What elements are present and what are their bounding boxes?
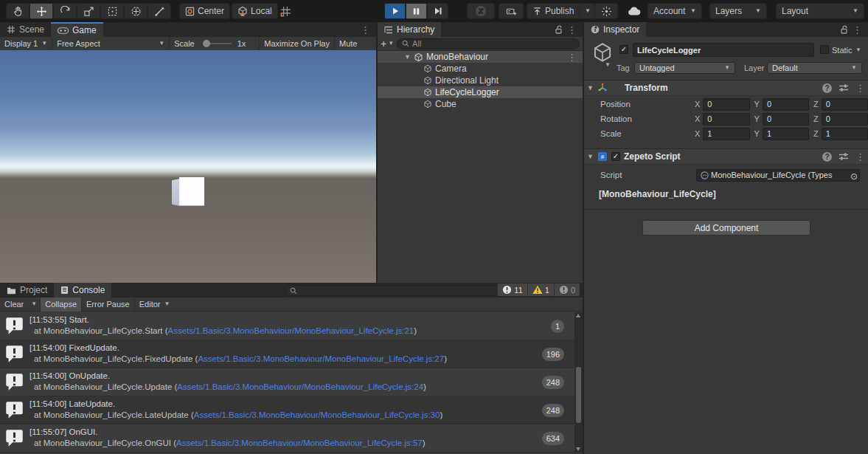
error-count-toggle[interactable]: 0 xyxy=(554,283,580,296)
tab-project[interactable]: Project xyxy=(0,283,54,297)
rotation-z-field[interactable]: 0 xyxy=(822,113,868,125)
cloud-button[interactable] xyxy=(622,3,647,19)
step-button[interactable] xyxy=(427,3,448,19)
console-search-input[interactable] xyxy=(285,285,506,296)
clear-button[interactable]: Clear xyxy=(0,297,28,312)
game-menu-icon[interactable]: ⋮ xyxy=(361,24,370,35)
layer-dropdown[interactable]: Default ▼ xyxy=(767,62,862,74)
clear-dropdown-button[interactable]: ▼ xyxy=(28,297,40,312)
object-name-field[interactable]: LifeCycleLogger xyxy=(633,43,814,57)
hierarchy-item-camera[interactable]: Camera xyxy=(378,63,583,75)
log-entry[interactable]: [11:54:00] LateUpdate. at MonoBehaviour_… xyxy=(0,396,574,424)
hierarchy-item-cube[interactable]: Cube xyxy=(378,98,583,110)
orientation-toggle-button[interactable]: Local xyxy=(232,3,278,19)
chevron-down-icon[interactable]: ▼ xyxy=(605,62,611,68)
static-checkbox[interactable] xyxy=(820,45,829,54)
log-source-link[interactable]: Assets/1.Basic/3.MonoBehaviour/MonoBehav… xyxy=(176,438,423,447)
active-checkbox[interactable]: ✓ xyxy=(619,45,628,54)
scale-slider[interactable] xyxy=(199,39,233,48)
log-entry[interactable]: [11:54:00] OnUpdate. at MonoBehaviour_Li… xyxy=(0,368,574,396)
editor-dropdown[interactable]: Editor ▼ xyxy=(135,297,175,312)
lock-icon[interactable] xyxy=(841,25,849,34)
chevron-down-icon[interactable]: ▼ xyxy=(855,47,861,53)
presets-icon[interactable] xyxy=(839,83,849,92)
foldout-open-icon[interactable]: ▼ xyxy=(404,53,411,61)
error-pause-toggle[interactable]: Error Pause xyxy=(82,297,134,312)
log-entry[interactable]: [11:55:07] OnGUI. at MonoBehaviour_LifeC… xyxy=(0,424,574,453)
hierarchy-item-directional-light[interactable]: Directional Light xyxy=(378,75,583,86)
render-settings-button[interactable] xyxy=(594,3,618,19)
position-z-field[interactable]: 0 xyxy=(822,98,868,111)
rect-tool-button[interactable] xyxy=(100,3,124,19)
component-enabled-checkbox[interactable]: ✓ xyxy=(611,152,620,161)
lock-icon[interactable] xyxy=(555,25,563,34)
position-y-field[interactable]: 0 xyxy=(763,98,809,111)
pause-button[interactable] xyxy=(406,3,427,19)
transform-tool-button[interactable] xyxy=(124,3,147,19)
scale-y-field[interactable]: 1 xyxy=(763,128,809,140)
rotate-tool-button[interactable] xyxy=(53,3,77,19)
hierarchy-menu-icon[interactable]: ⋮ xyxy=(567,24,577,35)
rotation-x-field[interactable]: 0 xyxy=(703,113,749,125)
gameobject-icon[interactable] xyxy=(591,41,614,63)
foldout-open-icon[interactable]: ▼ xyxy=(587,84,594,92)
hand-tool-button[interactable] xyxy=(6,3,29,19)
log-source-link[interactable]: Assets/1.Basic/3.MonoBehaviour/MonoBehav… xyxy=(198,354,444,363)
tab-hierarchy[interactable]: Hierarchy xyxy=(378,22,441,37)
console-scrollbar[interactable] xyxy=(574,312,583,453)
collapse-toggle[interactable]: Collapse xyxy=(41,297,81,312)
help-icon[interactable]: ? xyxy=(822,83,832,93)
tab-game[interactable]: Game xyxy=(51,22,103,37)
warning-count-toggle[interactable]: 1 xyxy=(527,283,554,296)
foldout-open-icon[interactable]: ▼ xyxy=(587,153,594,160)
add-device-button[interactable] xyxy=(499,3,524,19)
inspector-menu-icon[interactable]: ⋮ xyxy=(853,24,862,35)
scale-tool-button[interactable] xyxy=(77,3,100,19)
component-menu-icon[interactable]: ⋮ xyxy=(855,83,865,94)
mute-audio-button[interactable]: Mute xyxy=(335,37,361,51)
maximize-on-play-button[interactable]: Maximize On Play xyxy=(260,37,334,51)
hierarchy-search-input[interactable]: All xyxy=(397,38,580,49)
play-button[interactable] xyxy=(384,3,406,19)
move-tool-button[interactable] xyxy=(29,3,53,19)
scroll-up-icon[interactable] xyxy=(576,314,580,317)
scene-row[interactable]: ▼ MonoBehaviour ⋮ xyxy=(378,51,583,63)
snap-settings-button[interactable] xyxy=(274,3,296,19)
custom-tools-button[interactable] xyxy=(147,3,171,19)
tab-inspector[interactable]: Inspector xyxy=(584,22,646,37)
rotation-y-field[interactable]: 0 xyxy=(763,113,809,125)
component-menu-icon[interactable]: ⋮ xyxy=(855,151,865,162)
scene-menu-icon[interactable]: ⋮ xyxy=(567,52,577,63)
transform-header[interactable]: ▼ Transform ? ⋮ xyxy=(584,80,868,96)
scroll-down-icon[interactable] xyxy=(576,447,580,451)
info-count-toggle[interactable]: 11 xyxy=(497,283,527,296)
object-picker-icon[interactable]: ⊙ xyxy=(850,171,858,182)
log-entry[interactable]: [11:53:55] Start. at MonoBehaviour_LifeC… xyxy=(0,312,574,340)
tab-scene[interactable]: Scene xyxy=(0,22,51,37)
pivot-toggle-button[interactable]: Center xyxy=(179,3,230,19)
display-dropdown[interactable]: Display 1 ▼ xyxy=(0,37,52,51)
zepeto-service-button[interactable] xyxy=(467,3,495,19)
add-component-button[interactable]: Add Component xyxy=(642,220,810,235)
account-dropdown[interactable]: Account ▼ xyxy=(647,3,702,19)
log-source-link[interactable]: Assets/1.Basic/3.MonoBehaviour/MonoBehav… xyxy=(177,382,423,391)
zepeto-script-header[interactable]: ▼ # ✓ Zepeto Script ? ⋮ xyxy=(584,148,868,165)
scale-x-field[interactable]: 1 xyxy=(703,128,749,140)
presets-icon[interactable] xyxy=(839,152,849,161)
tag-dropdown[interactable]: Untagged ▼ xyxy=(634,62,735,74)
log-source-link[interactable]: Assets/1.Basic/3.MonoBehaviour/MonoBehav… xyxy=(194,410,440,419)
layout-dropdown[interactable]: Layout ▼ xyxy=(776,3,864,19)
help-icon[interactable]: ? xyxy=(822,152,832,162)
game-viewport[interactable] xyxy=(0,50,376,283)
hierarchy-item-lifecyclelogger[interactable]: LifeCycleLogger xyxy=(378,86,583,98)
create-object-button[interactable]: + ▼ xyxy=(381,38,394,49)
log-entry[interactable]: [11:54:00] FixedUpdate. at MonoBehaviour… xyxy=(0,340,574,368)
scrollbar-thumb[interactable] xyxy=(576,367,581,423)
scale-z-field[interactable]: 1 xyxy=(822,128,868,140)
log-source-link[interactable]: Assets/1.Basic/3.MonoBehaviour/MonoBehav… xyxy=(168,326,414,335)
script-object-field[interactable]: MonoBehaviour_LifeCycle (Types ⊙ xyxy=(696,169,860,182)
tab-console[interactable]: Console xyxy=(54,283,111,297)
position-x-field[interactable]: 0 xyxy=(703,98,749,111)
publish-button[interactable]: Publish xyxy=(527,3,580,19)
aspect-dropdown[interactable]: Free Aspect ▼ xyxy=(52,37,169,51)
